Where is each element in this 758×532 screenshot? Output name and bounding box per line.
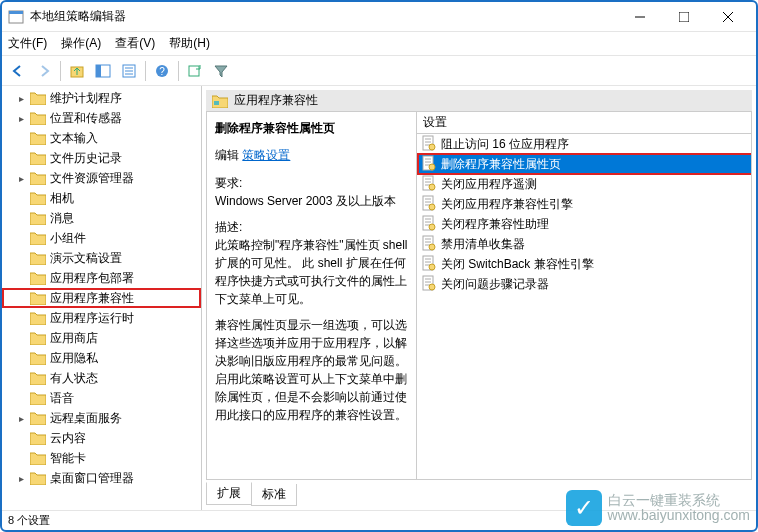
forward-button[interactable] bbox=[32, 59, 56, 83]
setting-item[interactable]: 阻止访问 16 位应用程序 bbox=[417, 134, 751, 154]
expand-icon[interactable]: ▸ bbox=[16, 113, 26, 123]
menu-view[interactable]: 查看(V) bbox=[115, 35, 155, 52]
menu-action[interactable]: 操作(A) bbox=[61, 35, 101, 52]
list-header[interactable]: 设置 bbox=[417, 112, 751, 134]
tree-node[interactable]: 文本输入 bbox=[2, 128, 201, 148]
show-hide-tree-button[interactable] bbox=[91, 59, 115, 83]
tree-node-label: 文本输入 bbox=[50, 130, 98, 147]
policy-icon bbox=[421, 255, 441, 274]
tree-node[interactable]: 应用程序包部署 bbox=[2, 268, 201, 288]
expand-icon[interactable] bbox=[16, 293, 26, 303]
properties-button[interactable] bbox=[117, 59, 141, 83]
svg-rect-3 bbox=[679, 12, 689, 22]
svg-point-36 bbox=[429, 204, 435, 210]
svg-point-56 bbox=[429, 284, 435, 290]
expand-icon[interactable]: ▸ bbox=[16, 93, 26, 103]
setting-item[interactable]: 删除程序兼容性属性页 bbox=[417, 154, 751, 174]
expand-icon[interactable]: ▸ bbox=[16, 413, 26, 423]
up-button[interactable] bbox=[65, 59, 89, 83]
tree-node[interactable]: 文件历史记录 bbox=[2, 148, 201, 168]
tree-node[interactable]: 小组件 bbox=[2, 228, 201, 248]
main-window: 本地组策略编辑器 文件(F) 操作(A) 查看(V) 帮助(H) ? ▸维护计划… bbox=[0, 0, 758, 532]
tree-node-label: 应用商店 bbox=[50, 330, 98, 347]
setting-label: 关闭 SwitchBack 兼容性引擎 bbox=[441, 256, 594, 273]
expand-icon[interactable] bbox=[16, 433, 26, 443]
policy-setting-link[interactable]: 策略设置 bbox=[242, 148, 290, 162]
tree-node[interactable]: ▸维护计划程序 bbox=[2, 88, 201, 108]
tree-node[interactable]: ▸位置和传感器 bbox=[2, 108, 201, 128]
watermark-text: 白云一键重装系统 www.baiyunxitong.com bbox=[608, 493, 750, 524]
svg-line-5 bbox=[723, 12, 733, 22]
svg-rect-8 bbox=[96, 65, 101, 77]
minimize-button[interactable] bbox=[618, 3, 662, 31]
tree-node-label: 演示文稿设置 bbox=[50, 250, 122, 267]
settings-list[interactable]: 设置 阻止访问 16 位应用程序删除程序兼容性属性页关闭应用程序遥测关闭应用程序… bbox=[417, 112, 751, 479]
tab-standard[interactable]: 标准 bbox=[251, 484, 297, 506]
expand-icon[interactable] bbox=[16, 253, 26, 263]
expand-icon[interactable]: ▸ bbox=[16, 473, 26, 483]
app-icon bbox=[8, 9, 24, 25]
tab-extended[interactable]: 扩展 bbox=[206, 482, 252, 505]
expand-icon[interactable] bbox=[16, 233, 26, 243]
expand-icon[interactable] bbox=[16, 353, 26, 363]
tree-pane[interactable]: ▸维护计划程序▸位置和传感器文本输入文件历史记录▸文件资源管理器相机消息小组件演… bbox=[2, 86, 202, 510]
details-header-text: 应用程序兼容性 bbox=[234, 92, 318, 109]
tree-node[interactable]: 演示文稿设置 bbox=[2, 248, 201, 268]
setting-item[interactable]: 关闭程序兼容性助理 bbox=[417, 214, 751, 234]
tree-node[interactable]: ▸桌面窗口管理器 bbox=[2, 468, 201, 488]
setting-label: 阻止访问 16 位应用程序 bbox=[441, 136, 569, 153]
tree-node[interactable]: ▸文件资源管理器 bbox=[2, 168, 201, 188]
svg-point-21 bbox=[429, 144, 435, 150]
description-pane: 删除程序兼容性属性页 编辑 策略设置 要求: Windows Server 20… bbox=[207, 112, 417, 479]
tree-node[interactable]: 应用商店 bbox=[2, 328, 201, 348]
svg-point-41 bbox=[429, 224, 435, 230]
setting-item[interactable]: 关闭应用程序遥测 bbox=[417, 174, 751, 194]
expand-icon[interactable]: ▸ bbox=[16, 173, 26, 183]
menubar: 文件(F) 操作(A) 查看(V) 帮助(H) bbox=[2, 32, 756, 56]
details-pane: 应用程序兼容性 删除程序兼容性属性页 编辑 策略设置 要求: Windows S… bbox=[202, 86, 756, 510]
setting-item[interactable]: 关闭问题步骤记录器 bbox=[417, 274, 751, 294]
help-button[interactable]: ? bbox=[150, 59, 174, 83]
tree-node[interactable]: 云内容 bbox=[2, 428, 201, 448]
toolbar-separator bbox=[145, 61, 146, 81]
tree-node-label: 维护计划程序 bbox=[50, 90, 122, 107]
details-body: 删除程序兼容性属性页 编辑 策略设置 要求: Windows Server 20… bbox=[206, 112, 752, 480]
svg-rect-16 bbox=[214, 101, 219, 105]
close-button[interactable] bbox=[706, 3, 750, 31]
desc-edit-row: 编辑 策略设置 bbox=[215, 147, 408, 164]
menu-help[interactable]: 帮助(H) bbox=[169, 35, 210, 52]
expand-icon[interactable] bbox=[16, 193, 26, 203]
setting-label: 关闭程序兼容性助理 bbox=[441, 216, 549, 233]
tree-node[interactable]: 应用程序兼容性 bbox=[2, 288, 201, 308]
expand-icon[interactable] bbox=[16, 153, 26, 163]
expand-icon[interactable] bbox=[16, 393, 26, 403]
tree-node[interactable]: 应用隐私 bbox=[2, 348, 201, 368]
setting-label: 关闭应用程序遥测 bbox=[441, 176, 537, 193]
tree-node[interactable]: 相机 bbox=[2, 188, 201, 208]
expand-icon[interactable] bbox=[16, 333, 26, 343]
policy-icon bbox=[421, 215, 441, 234]
menu-file[interactable]: 文件(F) bbox=[8, 35, 47, 52]
expand-icon[interactable] bbox=[16, 273, 26, 283]
policy-icon bbox=[421, 275, 441, 294]
tree-node[interactable]: ▸远程桌面服务 bbox=[2, 408, 201, 428]
svg-point-26 bbox=[429, 164, 435, 170]
expand-icon[interactable] bbox=[16, 373, 26, 383]
expand-icon[interactable] bbox=[16, 213, 26, 223]
setting-item[interactable]: 关闭应用程序兼容性引擎 bbox=[417, 194, 751, 214]
export-button[interactable] bbox=[183, 59, 207, 83]
expand-icon[interactable] bbox=[16, 453, 26, 463]
tree-node[interactable]: 有人状态 bbox=[2, 368, 201, 388]
tree-node[interactable]: 消息 bbox=[2, 208, 201, 228]
setting-item[interactable]: 关闭 SwitchBack 兼容性引擎 bbox=[417, 254, 751, 274]
setting-item[interactable]: 禁用清单收集器 bbox=[417, 234, 751, 254]
tree-node[interactable]: 语音 bbox=[2, 388, 201, 408]
tree-node[interactable]: 应用程序运行时 bbox=[2, 308, 201, 328]
maximize-button[interactable] bbox=[662, 3, 706, 31]
tree-node[interactable]: 智能卡 bbox=[2, 448, 201, 468]
details-header: 应用程序兼容性 bbox=[206, 90, 752, 112]
expand-icon[interactable] bbox=[16, 133, 26, 143]
back-button[interactable] bbox=[6, 59, 30, 83]
expand-icon[interactable] bbox=[16, 313, 26, 323]
filter-button[interactable] bbox=[209, 59, 233, 83]
